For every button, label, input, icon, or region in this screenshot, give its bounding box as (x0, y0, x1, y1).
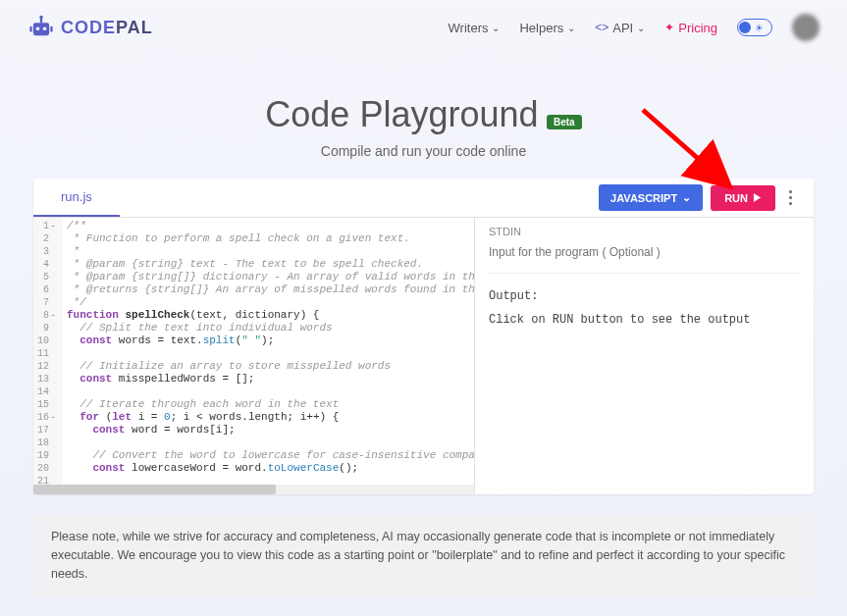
nav-writers[interactable]: Writers⌄ (449, 21, 501, 35)
header: CODEPAL Writers⌄ Helpers⌄ <>API⌄ ✦Pricin… (0, 0, 847, 55)
play-icon (753, 193, 762, 202)
output-text: Click on RUN button to see the output (489, 313, 800, 327)
page-title: Code Playground (265, 94, 538, 135)
stdin-input[interactable] (489, 239, 800, 274)
chevron-down-icon: ⌄ (567, 23, 575, 33)
playground: run.js JAVASCRIPT ⌄ RUN 1-2345678-910111… (33, 179, 814, 494)
line-gutter: 1-2345678-910111213141516-171819202122 (33, 218, 63, 494)
theme-toggle[interactable]: ☀ (737, 19, 772, 36)
run-button[interactable]: RUN (711, 185, 775, 211)
sparkle-icon: ✦ (664, 21, 674, 34)
toggle-thumb (739, 22, 751, 33)
logo-text: CODEPAL (61, 18, 153, 38)
output-label: Output: (489, 289, 800, 303)
svg-point-1 (36, 26, 40, 29)
svg-rect-3 (40, 19, 42, 24)
horizontal-scrollbar[interactable] (33, 485, 474, 494)
svg-rect-6 (50, 26, 52, 32)
chevron-down-icon: ⌄ (492, 23, 500, 33)
sun-icon: ☀ (755, 23, 764, 33)
tab-runjs[interactable]: run.js (33, 179, 120, 217)
page-subtitle: Compile and run your code online (0, 143, 847, 159)
beta-badge: Beta (547, 115, 582, 129)
playground-controls: JAVASCRIPT ⌄ RUN (599, 184, 814, 211)
language-select-button[interactable]: JAVASCRIPT ⌄ (599, 184, 703, 211)
svg-point-2 (43, 26, 47, 29)
nav-api[interactable]: <>API⌄ (595, 21, 645, 35)
code-icon: <> (595, 21, 609, 34)
output-pane: STDIN Output: Click on RUN button to see… (475, 218, 814, 494)
nav: Writers⌄ Helpers⌄ <>API⌄ ✦Pricing ☀ (449, 14, 820, 41)
kebab-menu-icon[interactable] (783, 186, 798, 209)
disclaimer-note: Please note, while we strive for accurac… (33, 514, 814, 596)
stdin-label: STDIN (489, 226, 800, 237)
title-section: Code Playground Beta Compile and run you… (0, 94, 847, 159)
svg-rect-5 (29, 26, 31, 32)
code-editor[interactable]: 1-2345678-910111213141516-171819202122 /… (33, 218, 475, 494)
svg-rect-0 (33, 23, 49, 35)
nav-helpers[interactable]: Helpers⌄ (519, 21, 575, 35)
chevron-down-icon: ⌄ (637, 23, 645, 33)
chevron-down-icon: ⌄ (682, 191, 691, 204)
playground-body: 1-2345678-910111213141516-171819202122 /… (33, 218, 814, 494)
nav-pricing[interactable]: ✦Pricing (664, 21, 717, 35)
robot-icon (27, 14, 55, 41)
svg-point-4 (39, 16, 43, 20)
avatar[interactable] (792, 14, 820, 41)
code-content[interactable]: /** * Function to perform a spell check … (63, 218, 474, 494)
logo[interactable]: CODEPAL (27, 14, 153, 41)
playground-header: run.js JAVASCRIPT ⌄ RUN (33, 179, 814, 218)
